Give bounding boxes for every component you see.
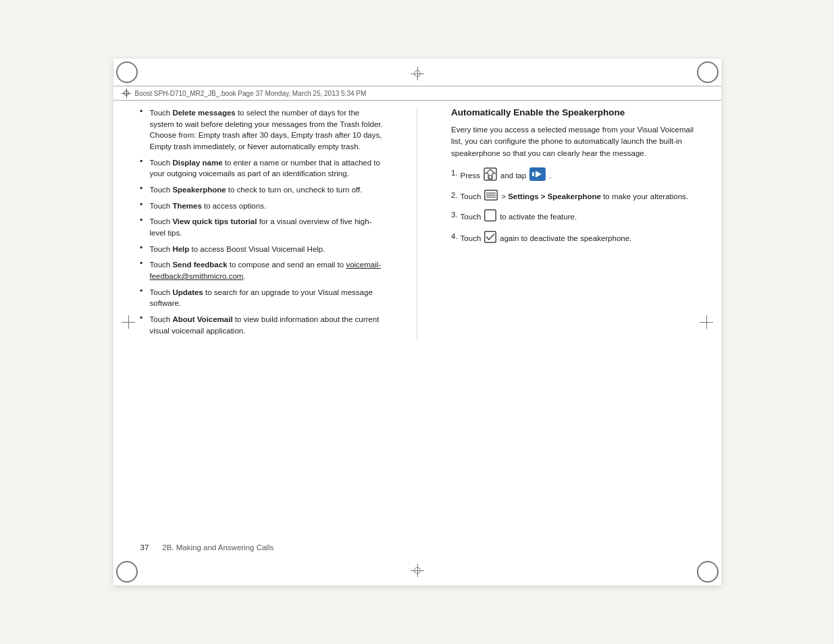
column-separator	[417, 107, 417, 341]
step-2-content: Touch > Settings > Speakerpho	[461, 190, 688, 204]
step-4: 4. Touch again to deactivate the speaker	[451, 231, 694, 246]
header-text: Boost SPH-D710_MR2_JB_.book Page 37 Mond…	[135, 90, 367, 97]
bold-speakerphone: Speakerphone	[172, 186, 226, 194]
intro-paragraph: Every time you access a selected message…	[451, 124, 694, 159]
reg-circle-br	[697, 561, 719, 583]
left-center-crosshair	[122, 315, 135, 329]
step-3-content: Touch to activate the feature.	[461, 209, 577, 225]
list-item-themes: Touch Themes to access options.	[140, 200, 384, 212]
svg-rect-5	[532, 172, 534, 176]
bold-display-name: Display name	[172, 159, 222, 167]
page-number: 37	[140, 543, 149, 552]
section-title: Automatically Enable the Speakerphone	[451, 107, 694, 117]
home-icon	[484, 167, 497, 184]
step-4-touch: Touch	[461, 233, 481, 244]
reg-circle-tl	[116, 61, 138, 83]
list-item-delete-messages: Touch Delete messages to select the numb…	[140, 107, 384, 153]
touch-label-delete: Touch	[150, 109, 173, 117]
reg-circle-tr	[697, 61, 719, 83]
numbered-list: 1. Press and tap	[451, 167, 694, 246]
page-footer: 37 2B. Making and Answering Calls	[140, 543, 694, 552]
step-1-period: .	[549, 170, 551, 182]
step-4-num: 4.	[451, 231, 458, 242]
bold-about-voicemail: About Voicemail	[172, 315, 232, 323]
top-center-crosshair	[411, 67, 424, 80]
step-2-touch: Touch	[461, 191, 481, 203]
step-1-and-tap: and tap	[500, 170, 526, 182]
list-item-help: Touch Help to access Boost Visual Voicem…	[140, 244, 384, 255]
list-item-display-name: Touch Display name to enter a name or nu…	[140, 157, 384, 180]
step-2-bold: Settings > Speakerphone	[508, 192, 601, 200]
step-1-num: 1.	[451, 167, 458, 179]
page-container: Boost SPH-D710_MR2_JB_.book Page 37 Mond…	[0, 0, 834, 644]
touch-label-tips: Touch	[150, 217, 173, 225]
rest-speakerphone: to check to turn on, uncheck to turn off…	[226, 186, 363, 194]
reg-circle-bl	[116, 561, 138, 583]
list-item-view-tips: Touch View quick tips tutorial for a vis…	[140, 216, 384, 238]
touch-label-speaker: Touch	[150, 186, 173, 194]
step-3-touch: Touch	[461, 211, 481, 223]
step-4-deactivate: again to deactivate the speakerphone.	[500, 233, 631, 244]
step-3: 3. Touch to activate the feature.	[451, 209, 694, 225]
rest-themes: to access options.	[202, 202, 266, 210]
step-1-press: Press	[461, 170, 480, 182]
list-item-send-feedback: Touch Send feedback to compose and send …	[140, 259, 384, 281]
right-column: Automatically Enable the Speakerphone Ev…	[441, 107, 694, 341]
step-1-content: Press and tap	[461, 167, 552, 184]
voicemail-app-icon	[529, 167, 546, 184]
list-item-about: Touch About Voicemail to view build info…	[140, 314, 384, 336]
touch-label-about: Touch	[150, 315, 173, 323]
step-4-content: Touch again to deactivate the speakerpho…	[461, 231, 632, 246]
bold-view-tips: View quick tips tutorial	[172, 217, 257, 225]
bold-themes: Themes	[172, 202, 201, 210]
menu-icon	[484, 190, 498, 204]
right-center-crosshair	[700, 315, 713, 329]
step-3-num: 3.	[451, 209, 458, 221]
bullet-list: Touch Delete messages to select the numb…	[140, 107, 384, 336]
touch-label-display: Touch	[150, 159, 173, 167]
left-column: Touch Delete messages to select the numb…	[140, 107, 394, 341]
list-item-speakerphone: Touch Speakerphone to check to turn on, …	[140, 184, 384, 196]
bold-updates: Updates	[172, 288, 203, 296]
step-2: 2. Touch	[451, 190, 694, 204]
bottom-center-crosshair	[411, 564, 424, 577]
step-2-settings: > Settings > Speakerphone to make your a…	[501, 191, 688, 203]
book-page: Boost SPH-D710_MR2_JB_.book Page 37 Mond…	[113, 59, 721, 585]
bold-send-feedback: Send feedback	[172, 261, 227, 269]
content-area: Touch Delete messages to select the numb…	[113, 107, 721, 341]
svg-rect-10	[485, 210, 496, 221]
rest-help: to access Boost Visual Voicemail Help.	[189, 245, 325, 253]
touch-label-help: Touch	[150, 245, 173, 253]
step-1: 1. Press and tap	[451, 167, 694, 184]
touch-label-feedback: Touch	[150, 261, 173, 269]
period-feedback: .	[243, 272, 245, 280]
rest-send-feedback: to compose and send an email to	[228, 261, 346, 269]
step-3-activate: to activate the feature.	[500, 211, 577, 223]
touch-label-updates: Touch	[150, 288, 173, 296]
touch-label-themes: Touch	[150, 202, 173, 210]
checkbox-unchecked-icon	[484, 209, 496, 225]
chapter-label: 2B. Making and Answering Calls	[162, 543, 273, 552]
bold-delete-messages: Delete messages	[172, 109, 235, 117]
bold-help: Help	[172, 245, 189, 253]
page-header-bar: Boost SPH-D710_MR2_JB_.book Page 37 Mond…	[113, 86, 721, 101]
step-2-num: 2.	[451, 190, 458, 201]
list-item-updates: Touch Updates to search for an upgrade t…	[140, 287, 384, 309]
checkbox-checked-icon	[484, 231, 496, 246]
